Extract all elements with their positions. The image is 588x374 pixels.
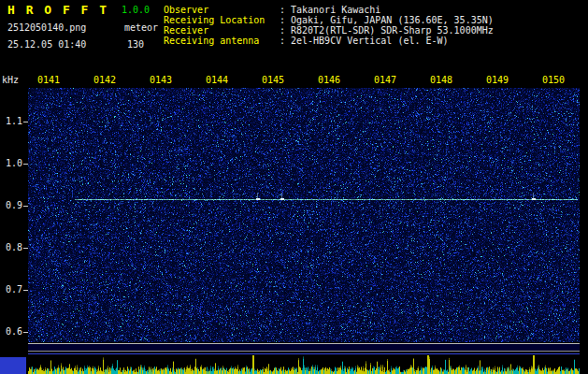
time-label: 0147 <box>371 75 399 85</box>
info-value: Ogaki, Gifu, JAPAN (136.60E, 35.35N) <box>291 15 494 25</box>
freq-label: 0.9 <box>0 201 22 210</box>
separator-line-blue <box>28 353 580 354</box>
info-label: Observer <box>164 5 280 15</box>
noise-band <box>28 344 580 351</box>
mode-label: meteor <box>124 22 158 33</box>
info-row-receiver: Receiver : R820T2(RTL-SDR) SDR-Sharp 53.… <box>164 25 494 36</box>
time-label: 0149 <box>483 75 511 85</box>
separator-line-top <box>28 343 580 344</box>
datetime-label: 25.12.05 01:40 <box>7 39 86 50</box>
time-label: 0146 <box>315 75 343 85</box>
output-filename: 2512050140.png <box>7 22 86 33</box>
station-info: Observer : Takanori Kawachi Receiving Lo… <box>164 5 494 46</box>
hrofft-window: H R O F F T 1.0.0 2512050140.png meteor … <box>0 0 588 374</box>
freq-label: 1.0 <box>0 159 22 168</box>
separator-line-middle <box>28 351 580 352</box>
level-strip-corner <box>0 357 26 374</box>
freq-label: 0.7 <box>0 285 22 295</box>
freq-label: 0.8 <box>0 243 22 252</box>
app-title: H R O F F T <box>7 3 108 17</box>
info-row-antenna: Receiving antenna : 2el-HB9CV Vertical (… <box>164 36 494 46</box>
info-separator: : <box>280 36 291 46</box>
info-separator: : <box>280 25 291 36</box>
info-label: Receiving Location <box>164 15 280 25</box>
info-separator: : <box>280 5 291 15</box>
info-value: 2el-HB9CV Vertical (el. E-W) <box>291 36 449 46</box>
time-label: 0143 <box>147 75 175 85</box>
info-value: Takanori Kawachi <box>291 5 380 15</box>
info-value: R820T2(RTL-SDR) SDR-Sharp 53.1000MHz <box>291 25 494 36</box>
time-label: 0141 <box>35 75 63 85</box>
level-strip-canvas <box>28 355 580 374</box>
time-label: 0145 <box>259 75 287 85</box>
spectrogram-canvas <box>28 88 580 342</box>
info-label: Receiving antenna <box>164 36 280 46</box>
freq-label: 0.6 <box>0 327 22 337</box>
time-label: 0144 <box>203 75 231 85</box>
freq-axis-unit: kHz <box>2 75 19 85</box>
app-version: 1.0.0 <box>122 5 150 15</box>
count-value: 130 <box>127 39 144 50</box>
time-label: 0150 <box>539 75 567 85</box>
info-separator: : <box>280 15 291 25</box>
info-row-observer: Observer : Takanori Kawachi <box>164 5 494 15</box>
info-row-location: Receiving Location : Ogaki, Gifu, JAPAN … <box>164 15 494 25</box>
freq-label: 1.1 <box>0 117 22 126</box>
time-label: 0148 <box>427 75 455 85</box>
time-label: 0142 <box>91 75 119 85</box>
info-label: Receiver <box>164 25 280 36</box>
